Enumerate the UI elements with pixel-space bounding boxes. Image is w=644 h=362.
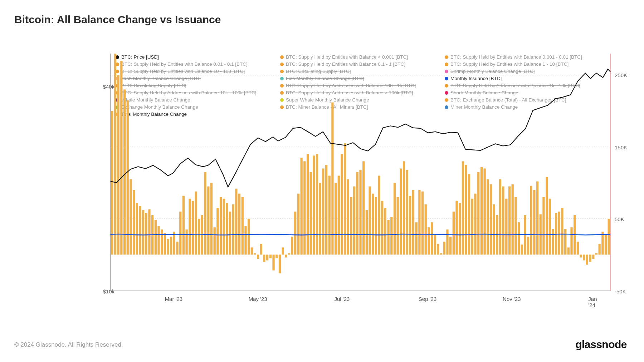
bar-total-monthly-balance-change [471, 199, 473, 255]
bar-total-monthly-balance-change [530, 186, 532, 255]
bar-total-monthly-balance-change [359, 170, 361, 254]
bar-total-monthly-balance-change [592, 255, 594, 259]
bar-total-monthly-balance-change [552, 229, 554, 254]
bar-total-monthly-balance-change [114, 54, 116, 255]
bar-total-monthly-balance-change [403, 161, 405, 254]
bar-total-monthly-balance-change [384, 208, 386, 255]
bar-total-monthly-balance-change [204, 172, 206, 255]
bar-total-monthly-balance-change [508, 187, 511, 255]
bar-total-monthly-balance-change [251, 247, 253, 254]
bar-total-monthly-balance-change [257, 255, 259, 259]
bar-total-monthly-balance-change [356, 172, 358, 255]
bar-total-monthly-balance-change [220, 197, 222, 255]
bar-total-monthly-balance-change [328, 176, 331, 255]
bar-total-monthly-balance-change [546, 177, 548, 255]
plot-box: BTC: Price [USD]BTC: Supply Held by Enti… [110, 54, 611, 291]
bar-total-monthly-balance-change [372, 194, 374, 255]
bar-total-monthly-balance-change [465, 165, 467, 254]
bar-total-monthly-balance-change [406, 170, 408, 254]
x-axis-labels: Mar '23May '23Jul '23Sep '23Nov '23Jan '… [110, 293, 611, 304]
bar-total-monthly-balance-change [310, 172, 312, 255]
bar-total-monthly-balance-change [130, 179, 132, 255]
bar-total-monthly-balance-change [111, 111, 113, 255]
bar-total-monthly-balance-change [387, 220, 389, 254]
bar-total-monthly-balance-change [418, 190, 420, 255]
y-right-tick: 250K [615, 72, 627, 78]
bar-total-monthly-balance-change [319, 183, 321, 255]
bar-total-monthly-balance-change [505, 199, 507, 255]
bar-total-monthly-balance-change [362, 161, 365, 254]
bar-total-monthly-balance-change [583, 255, 585, 261]
bar-total-monthly-balance-change [474, 194, 476, 255]
bar-total-monthly-balance-change [412, 190, 414, 255]
bar-total-monthly-balance-change [347, 179, 349, 255]
bar-total-monthly-balance-change [455, 201, 458, 255]
bar-total-monthly-balance-change [394, 183, 396, 255]
footer-brand: glassnode [575, 338, 627, 351]
bar-total-monthly-balance-change [297, 194, 299, 255]
bar-total-monthly-balance-change [263, 255, 265, 262]
bar-total-monthly-balance-change [120, 61, 122, 254]
bar-total-monthly-balance-change [313, 155, 315, 254]
bar-total-monthly-balance-change [549, 199, 551, 255]
bar-total-monthly-balance-change [291, 237, 293, 254]
bar-total-monthly-balance-change [322, 168, 324, 254]
bar-total-monthly-balance-change [229, 212, 231, 255]
bar-total-monthly-balance-change [145, 213, 147, 255]
bar-total-monthly-balance-change [459, 203, 461, 255]
bar-total-monthly-balance-change [316, 154, 318, 254]
x-tick: Mar '23 [165, 296, 183, 302]
bar-total-monthly-balance-change [282, 247, 284, 254]
bar-total-monthly-balance-change [601, 232, 604, 254]
bar-total-monthly-balance-change [366, 210, 368, 255]
bar-total-monthly-balance-change [214, 227, 216, 254]
bar-total-monthly-balance-change [148, 209, 150, 255]
bar-total-monthly-balance-change [483, 168, 486, 254]
bar-total-monthly-balance-change [127, 100, 129, 255]
bar-total-monthly-balance-change [164, 233, 166, 254]
bar-total-monthly-balance-change [142, 210, 144, 255]
x-tick: Jul '23 [334, 296, 350, 302]
footer-copyright: © 2024 Glassnode. All Rights Reserved. [14, 341, 123, 348]
y-right-tick: -50K [615, 288, 626, 294]
bar-total-monthly-balance-change [201, 215, 203, 254]
chart-title: Bitcoin: All Balance Change vs Issuance [14, 14, 221, 26]
bar-total-monthly-balance-change [167, 239, 169, 254]
bar-total-monthly-balance-change [425, 204, 427, 255]
bar-total-monthly-balance-change [133, 190, 135, 255]
bar-total-monthly-balance-change [136, 203, 138, 255]
bar-total-monthly-balance-change [226, 203, 228, 255]
bar-total-monthly-balance-change [275, 255, 278, 258]
bar-total-monthly-balance-change [285, 255, 287, 258]
bar-total-monthly-balance-change [437, 244, 439, 254]
bar-total-monthly-balance-change [480, 167, 483, 254]
bar-total-monthly-balance-change [198, 219, 200, 254]
bar-total-monthly-balance-change [462, 161, 464, 254]
bar-total-monthly-balance-change [241, 197, 244, 255]
bar-total-monthly-balance-change [338, 176, 340, 255]
bar-total-monthly-balance-change [415, 222, 418, 254]
bar-total-monthly-balance-change [341, 154, 343, 254]
bar-total-monthly-balance-change [390, 217, 392, 254]
bar-total-monthly-balance-change [303, 161, 306, 254]
bar-total-monthly-balance-change [260, 244, 262, 254]
bar-total-monthly-balance-change [527, 237, 529, 254]
bar-total-monthly-balance-change [331, 103, 333, 255]
bar-total-monthly-balance-change [244, 226, 247, 254]
bar-total-monthly-balance-change [446, 229, 448, 254]
bar-total-monthly-balance-change [453, 212, 455, 255]
bar-total-monthly-balance-change [514, 197, 517, 255]
bar-total-monthly-balance-change [586, 255, 588, 265]
bar-total-monthly-balance-change [369, 187, 371, 255]
bar-total-monthly-balance-change [192, 201, 194, 255]
bar-total-monthly-balance-change [176, 242, 178, 254]
bar-total-monthly-balance-change [307, 154, 309, 254]
bar-total-monthly-balance-change [272, 255, 274, 271]
x-tick: Jan '24 [588, 296, 603, 308]
bar-total-monthly-balance-change [195, 192, 197, 255]
chart-svg [111, 54, 610, 291]
bar-total-monthly-balance-change [421, 192, 424, 255]
bar-total-monthly-balance-change [502, 187, 504, 255]
bar-total-monthly-balance-change [589, 255, 591, 262]
bar-total-monthly-balance-change [599, 244, 601, 254]
